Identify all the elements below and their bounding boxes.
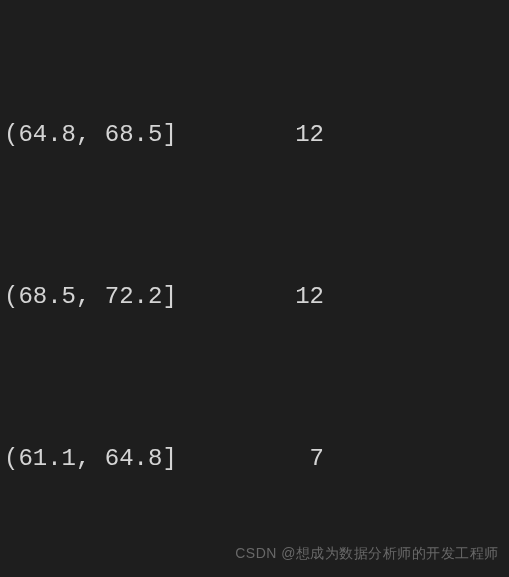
count-value: 12 <box>244 270 324 324</box>
interval-label: (64.8, 68.5] <box>4 108 244 162</box>
table-row: (64.8, 68.5]12 <box>4 108 505 162</box>
pandas-output: (64.8, 68.5]12 (68.5, 72.2]12 (61.1, 64.… <box>0 0 509 577</box>
table-row: (68.5, 72.2]12 <box>4 270 505 324</box>
interval-label: (61.1, 64.8] <box>4 432 244 486</box>
csdn-watermark: CSDN @想成为数据分析师的开发工程师 <box>235 538 499 570</box>
interval-label: (68.5, 72.2] <box>4 270 244 324</box>
table-row: (61.1, 64.8]7 <box>4 432 505 486</box>
count-value: 12 <box>244 108 324 162</box>
count-value: 7 <box>244 432 324 486</box>
